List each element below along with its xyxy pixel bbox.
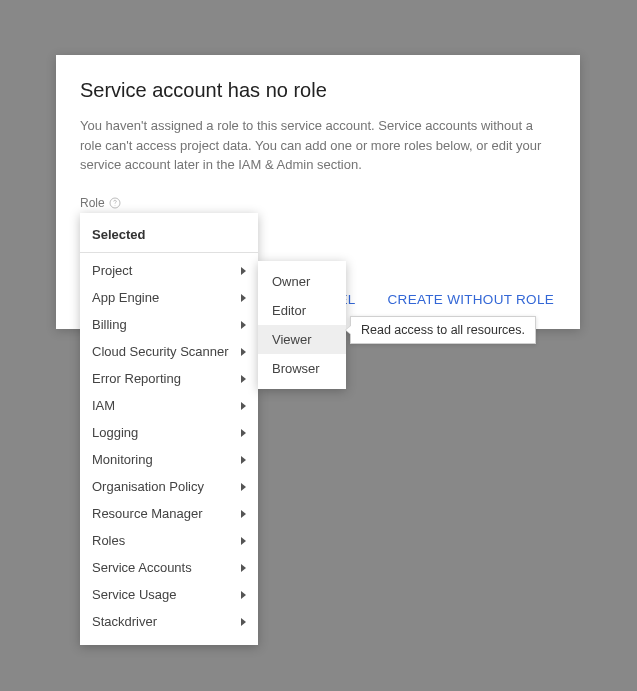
menu-item-roles[interactable]: Roles	[80, 527, 258, 554]
chevron-right-icon	[241, 348, 246, 356]
menu-item-label: IAM	[92, 398, 115, 413]
menu-item-stackdriver[interactable]: Stackdriver	[80, 608, 258, 635]
menu-header: Selected	[80, 219, 258, 252]
chevron-right-icon	[241, 510, 246, 518]
dialog-body: You haven't assigned a role to this serv…	[80, 116, 556, 175]
chevron-right-icon	[241, 402, 246, 410]
chevron-right-icon	[241, 294, 246, 302]
menu-item-service-usage[interactable]: Service Usage	[80, 581, 258, 608]
chevron-right-icon	[241, 456, 246, 464]
chevron-right-icon	[241, 618, 246, 626]
role-submenu: OwnerEditorViewerBrowser	[258, 261, 346, 389]
menu-item-organisation-policy[interactable]: Organisation Policy	[80, 473, 258, 500]
dialog-title: Service account has no role	[80, 79, 556, 102]
menu-item-label: Cloud Security Scanner	[92, 344, 229, 359]
chevron-right-icon	[241, 321, 246, 329]
chevron-right-icon	[241, 375, 246, 383]
menu-item-cloud-security-scanner[interactable]: Cloud Security Scanner	[80, 338, 258, 365]
submenu-item-browser[interactable]: Browser	[258, 354, 346, 383]
chevron-right-icon	[241, 537, 246, 545]
role-label: Role	[80, 196, 121, 210]
chevron-right-icon	[241, 267, 246, 275]
help-icon[interactable]	[109, 197, 121, 209]
submenu-item-editor[interactable]: Editor	[258, 296, 346, 325]
role-tooltip: Read access to all resources.	[350, 316, 536, 344]
menu-item-billing[interactable]: Billing	[80, 311, 258, 338]
menu-item-service-accounts[interactable]: Service Accounts	[80, 554, 258, 581]
menu-item-label: Monitoring	[92, 452, 153, 467]
menu-item-label: App Engine	[92, 290, 159, 305]
submenu-item-viewer[interactable]: Viewer	[258, 325, 346, 354]
menu-item-label: Resource Manager	[92, 506, 203, 521]
chevron-right-icon	[241, 429, 246, 437]
menu-divider	[80, 252, 258, 253]
svg-point-1	[114, 205, 115, 206]
menu-item-label: Service Accounts	[92, 560, 192, 575]
chevron-right-icon	[241, 591, 246, 599]
role-category-menu: Selected ProjectApp EngineBillingCloud S…	[80, 213, 258, 645]
menu-item-project[interactable]: Project	[80, 257, 258, 284]
chevron-right-icon	[241, 564, 246, 572]
menu-item-label: Roles	[92, 533, 125, 548]
menu-item-label: Stackdriver	[92, 614, 157, 629]
submenu-item-owner[interactable]: Owner	[258, 267, 346, 296]
menu-item-app-engine[interactable]: App Engine	[80, 284, 258, 311]
menu-item-iam[interactable]: IAM	[80, 392, 258, 419]
create-without-role-button[interactable]: CREATE WITHOUT ROLE	[386, 286, 556, 313]
menu-item-resource-manager[interactable]: Resource Manager	[80, 500, 258, 527]
chevron-right-icon	[241, 483, 246, 491]
menu-item-logging[interactable]: Logging	[80, 419, 258, 446]
menu-item-label: Organisation Policy	[92, 479, 204, 494]
menu-item-label: Billing	[92, 317, 127, 332]
menu-item-monitoring[interactable]: Monitoring	[80, 446, 258, 473]
menu-item-label: Logging	[92, 425, 138, 440]
menu-item-label: Project	[92, 263, 132, 278]
menu-item-label: Service Usage	[92, 587, 177, 602]
menu-item-error-reporting[interactable]: Error Reporting	[80, 365, 258, 392]
menu-item-label: Error Reporting	[92, 371, 181, 386]
